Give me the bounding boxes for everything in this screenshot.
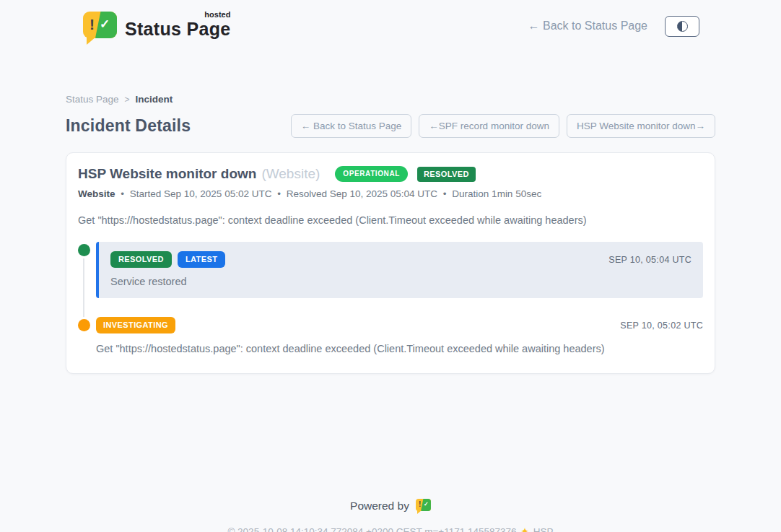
incident-nav-buttons: ← Back to Status Page ←SPF record monito… xyxy=(291,114,715,138)
meta-started: Started Sep 10, 2025 05:02 UTC xyxy=(130,188,272,199)
checkmark-icon: ✓ xyxy=(424,502,429,507)
logo-bubble-tail xyxy=(87,37,96,45)
timeline-message: Service restored xyxy=(110,276,691,287)
incident-meta: Website • Started Sep 10, 2025 05:02 UTC… xyxy=(78,188,703,199)
resolved-status-badge: RESOLVED xyxy=(417,167,476,182)
brand-superscript: hosted xyxy=(204,10,230,19)
breadcrumb-incident: Incident xyxy=(136,94,173,105)
back-to-status-page-link[interactable]: ← Back to Status Page xyxy=(528,19,647,32)
copyright-line: © 2025-10-08 14:10:34.772084 +0200 CEST … xyxy=(0,526,781,532)
footer: Powered by ! ✓ © 2025-10-08 14:10:34.772… xyxy=(0,498,781,532)
incident-component-label: (Website) xyxy=(261,166,320,182)
prev-incident-button[interactable]: ←SPF record monitor down xyxy=(419,114,559,138)
incident-timeline: RESOLVED LATEST SEP 10, 05:04 UTC Servic… xyxy=(78,242,703,354)
meta-component: Website xyxy=(78,188,115,199)
timeline-dot-green xyxy=(78,244,90,256)
main-content: Status Page > Incident Incident Details … xyxy=(66,94,715,374)
checkmark-icon: ✓ xyxy=(100,18,110,30)
page-title: Incident Details xyxy=(66,116,191,136)
latest-badge: LATEST xyxy=(178,251,225,268)
timeline-dot-orange xyxy=(78,319,90,331)
timeline-highlight-box: RESOLVED LATEST SEP 10, 05:04 UTC Servic… xyxy=(96,242,703,298)
app-logo[interactable]: ! ✓ Status Page hosted xyxy=(83,10,230,42)
status-page-logo-icon: ! ✓ xyxy=(83,10,118,42)
breadcrumb-separator: > xyxy=(125,95,130,105)
investigating-badge: INVESTIGATING xyxy=(96,317,175,333)
timeline-item-resolved: RESOLVED LATEST SEP 10, 05:04 UTC Servic… xyxy=(78,242,703,298)
timeline-plain-entry: INVESTIGATING SEP 10, 05:02 UTC Get "htt… xyxy=(96,317,703,354)
meta-duration: Duration 1min 50sec xyxy=(452,188,541,199)
meta-resolved: Resolved Sep 10, 2025 05:04 UTC xyxy=(287,188,437,199)
next-incident-button[interactable]: HSP Website monitor down→ xyxy=(567,114,715,138)
theme-toggle-button[interactable] xyxy=(665,16,699,37)
exclamation-icon: ! xyxy=(90,17,95,32)
powered-by[interactable]: Powered by ! ✓ xyxy=(350,498,431,513)
incident-title: HSP Website monitor down xyxy=(78,166,256,182)
powered-by-label: Powered by xyxy=(350,500,409,513)
copyright-brand: HSP xyxy=(533,526,554,532)
timeline-message: Get "https://hostedstatus.page": context… xyxy=(96,343,703,354)
sparkles-icon: ✦ xyxy=(520,526,529,532)
brand-name: Status Page xyxy=(125,19,230,39)
timeline-timestamp: SEP 10, 05:02 UTC xyxy=(620,320,703,331)
back-to-status-page-button[interactable]: ← Back to Status Page xyxy=(291,114,412,138)
incident-card: HSP Website monitor down (Website) OPERA… xyxy=(66,152,715,374)
timeline-item-investigating: INVESTIGATING SEP 10, 05:02 UTC Get "htt… xyxy=(78,317,703,354)
status-page-mini-logo-icon: ! ✓ xyxy=(416,498,431,513)
resolved-badge: RESOLVED xyxy=(110,251,172,268)
breadcrumb: Status Page > Incident xyxy=(66,94,715,105)
copyright-text: © 2025-10-08 14:10:34.772084 +0200 CEST … xyxy=(227,526,516,532)
timeline-timestamp: SEP 10, 05:04 UTC xyxy=(608,255,691,265)
header: ! ✓ Status Page hosted ← Back to Status … xyxy=(0,0,781,51)
exclamation-icon: ! xyxy=(419,501,421,508)
operational-status-badge: OPERATIONAL xyxy=(335,166,408,182)
incident-description: Get "https://hostedstatus.page": context… xyxy=(78,214,703,226)
dark-mode-icon xyxy=(677,21,688,32)
breadcrumb-status-page[interactable]: Status Page xyxy=(66,94,119,105)
